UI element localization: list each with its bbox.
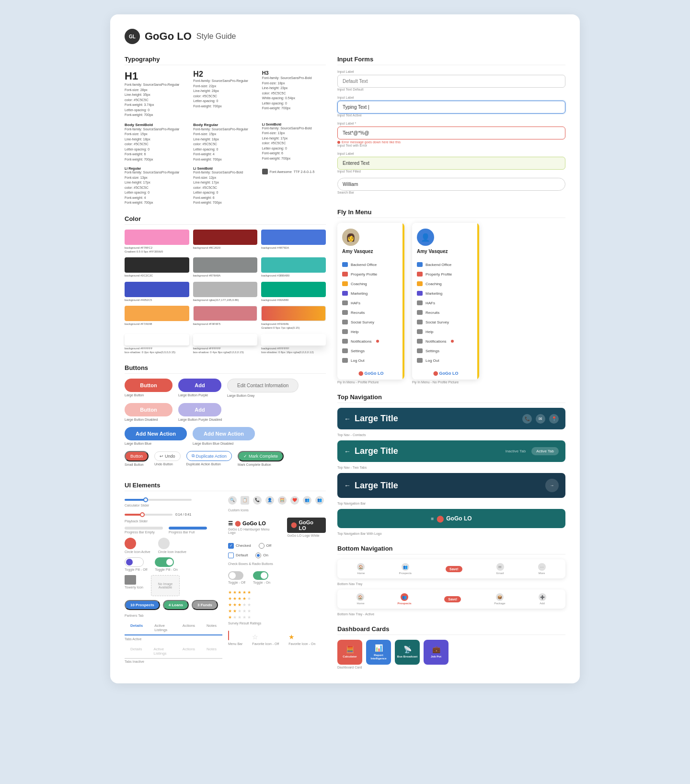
menu-item-marketing-2[interactable]: Marketing <box>412 288 479 298</box>
back-arrow-1[interactable]: ← <box>344 415 351 423</box>
bnav-more[interactable]: ⋯ More <box>538 563 546 575</box>
save-nav-pill[interactable]: Save! <box>446 566 462 572</box>
menu-item-help[interactable]: Help <box>337 327 404 336</box>
menu-item-social-2[interactable]: Social Survey <box>412 317 479 327</box>
tab-actions-inactive[interactable]: Actions <box>177 645 201 658</box>
checkbox-default[interactable] <box>228 553 234 558</box>
toggle-pill-off[interactable] <box>125 557 144 567</box>
nav-tab-inactive[interactable]: Inactive Tab <box>501 447 531 455</box>
menu-item-notifications-2[interactable]: Notifications <box>412 336 479 346</box>
tab-listings[interactable]: Active Listings <box>149 621 177 634</box>
toggle-pill-on[interactable] <box>155 557 174 567</box>
radio-off[interactable] <box>259 543 264 549</box>
bnav-home[interactable]: 🏠 Home <box>357 563 365 575</box>
menu-item-property[interactable]: Property Profile <box>337 269 404 279</box>
large-button-gray[interactable]: Edit Contact Information <box>227 379 299 392</box>
large-button-blue-disabled: Add New Action <box>193 427 255 440</box>
bnav-email[interactable]: ✉ Email <box>496 563 504 575</box>
playback-thumb[interactable] <box>140 512 145 517</box>
menu-item-settings[interactable]: Settings <box>337 346 404 356</box>
menu-item-logout-2[interactable]: Log Out <box>412 356 479 365</box>
fly-in-card-with-pic: 👩 Amy Vasquez Backend Office <box>337 223 404 380</box>
tab-actions[interactable]: Actions <box>177 621 201 634</box>
dash-card-calculator[interactable]: 🧮 Calculator <box>337 640 362 665</box>
back-arrow-3[interactable]: ← <box>344 482 351 489</box>
checkbox-checked[interactable] <box>228 543 234 549</box>
star-4-empty: ★ <box>242 602 246 607</box>
tab-notes[interactable]: Notes <box>201 621 222 634</box>
calculator-slider-thumb[interactable] <box>143 497 148 502</box>
swatch-red <box>193 230 258 245</box>
menu-item-backend[interactable]: Backend Office <box>337 260 404 269</box>
tab-prospects[interactable]: 10 Prospects <box>125 600 160 610</box>
partners-tab-row: 10 Prospects 4 Loans 3 Funds <box>125 600 222 610</box>
back-arrow-2[interactable]: ← <box>344 448 351 455</box>
duplicate-button[interactable]: ⧉ Duplicate Action <box>186 451 232 461</box>
tab-listings-inactive[interactable]: Active Listings <box>148 645 176 658</box>
menu-item-logout[interactable]: Log Out <box>337 356 404 365</box>
small-button[interactable]: Button <box>125 451 149 461</box>
tab-details-active[interactable]: Details <box>125 621 149 635</box>
menu-item-backend-2[interactable]: Backend Office <box>412 260 479 269</box>
menu-item-property-2[interactable]: Property Profile <box>412 269 479 279</box>
input-filled[interactable] <box>337 157 565 170</box>
menu-item-recruits[interactable]: Recruits <box>337 308 404 317</box>
toggle-switch-on[interactable] <box>253 571 268 580</box>
add-nav-icon: ➕ <box>539 593 546 601</box>
checkbox-checked-item: Checked <box>228 543 251 549</box>
bnav-package-active[interactable]: 📦 Package <box>494 593 505 605</box>
large-button-blue[interactable]: Add New Action <box>125 427 187 440</box>
dash-card-job[interactable]: 💼 Job Pot <box>424 640 448 665</box>
tab-funds[interactable]: 3 Funds <box>192 600 218 610</box>
search-input[interactable] <box>337 178 565 191</box>
menu-item-coaching[interactable]: Coaching <box>337 279 404 288</box>
save-active-pill[interactable]: Save! <box>444 596 461 602</box>
menu-item-hafs-2[interactable]: HAFs <box>412 298 479 308</box>
social-icon-2 <box>417 320 423 324</box>
bnav-prospects-active[interactable]: 👥 Prospects <box>397 593 411 605</box>
menu-item-coaching-2[interactable]: Coaching <box>412 279 479 288</box>
phone-nav-icon[interactable]: 📞 <box>522 414 532 424</box>
input-default[interactable] <box>337 75 565 88</box>
large-button-red[interactable]: Button <box>125 379 172 392</box>
menu-item-notifications[interactable]: Notifications <box>337 336 404 346</box>
tab-details-inactive[interactable]: Details <box>125 645 148 658</box>
mark-complete-button[interactable]: ✓ Mark Complete <box>238 451 284 461</box>
footer-logo-icon-2: ⬤ <box>433 371 438 376</box>
menu-item-social[interactable]: Social Survey <box>337 317 404 327</box>
playback-slider-track[interactable] <box>125 514 172 516</box>
bottom-nav-section: Bottom Navigation 🏠 Home 👥 Prospects Sav… <box>337 545 565 616</box>
calculator-slider-track[interactable] <box>125 499 192 501</box>
bnav-add-active[interactable]: ➕ Add <box>539 593 546 605</box>
fly-in-card-no-pic: 👤 Amy Vasquez Backend Office <box>412 223 479 380</box>
input-active[interactable] <box>337 101 565 114</box>
toggle-switch-off[interactable] <box>228 571 243 580</box>
menu-item-recruits-2[interactable]: Recruits <box>412 308 479 317</box>
star-4-empty: ★ <box>242 609 246 613</box>
bnav-save[interactable]: Save! <box>446 566 462 572</box>
favorite-icon-on[interactable]: ★ <box>288 633 295 641</box>
tab-notes-inactive[interactable]: Notes <box>201 645 222 658</box>
radio-on[interactable] <box>255 553 261 558</box>
dash-card-broadcast[interactable]: 📡 Bus Broadcast <box>395 640 420 665</box>
menu-item-marketing[interactable]: Marketing <box>337 288 404 298</box>
swatch-rose <box>193 306 258 321</box>
nav-tab-active[interactable]: Active Tab <box>531 447 559 455</box>
logo-lines-icon: ≡ <box>431 516 434 521</box>
nav-action-icon[interactable]: → <box>545 479 559 492</box>
h1-details: Font-family: SourceSansPro-Regular Font-… <box>125 82 188 118</box>
bnav-prospects[interactable]: 👥 Prospects <box>399 563 412 575</box>
map-nav-icon[interactable]: 📍 <box>549 414 559 424</box>
dash-card-report[interactable]: 📊 Report Intelligence <box>366 640 391 665</box>
bnav-save-active[interactable]: Save! <box>444 596 461 602</box>
menu-item-settings-2[interactable]: Settings <box>412 346 479 356</box>
menu-item-hafs[interactable]: HAFs <box>337 298 404 308</box>
input-error[interactable] <box>337 127 565 139</box>
undo-button[interactable]: ↩ Undo <box>154 451 181 461</box>
tab-loans[interactable]: 4 Loans <box>163 600 189 610</box>
large-button-purple[interactable]: Add <box>178 379 221 392</box>
bnav-home-active[interactable]: 🏠 Home <box>356 593 364 605</box>
menu-item-help-2[interactable]: Help <box>412 327 479 336</box>
email-nav-icon[interactable]: ✉ <box>536 414 545 424</box>
favorite-icon-off[interactable]: ☆ <box>252 633 258 641</box>
